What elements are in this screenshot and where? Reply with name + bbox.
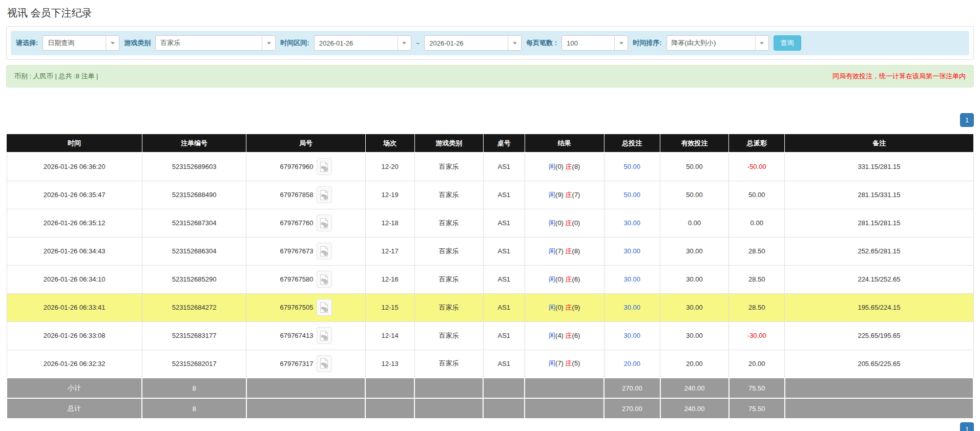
caret-down-icon[interactable]: [106, 36, 119, 50]
cell-remark: 281.15/281.15: [785, 209, 973, 237]
caret-down-icon[interactable]: [614, 36, 628, 50]
footer-empty-cell: [483, 378, 525, 398]
footer-total-bet: 270.00: [604, 378, 660, 398]
round-number: 679767673: [280, 247, 313, 255]
round-number: 679767580: [280, 275, 313, 283]
table-row: 2026-01-26 06:36:20523152689603679767960…: [7, 153, 973, 181]
cell-remark: 281.15/331.15: [785, 181, 973, 209]
footer-empty-cell: [785, 398, 973, 419]
video-record-file-icon: [319, 218, 329, 229]
cell-session: 12-13: [365, 350, 414, 378]
cell-total-bet: 30.00: [604, 265, 660, 293]
column-header: 场次: [365, 134, 414, 153]
game-type-select[interactable]: 百家乐: [155, 35, 276, 51]
cell-round: 679767580: [246, 265, 365, 293]
player-points: (0): [555, 163, 564, 170]
player-points: (0): [555, 304, 564, 311]
caret-down-icon[interactable]: [508, 36, 521, 50]
video-record-file-icon: [319, 161, 329, 173]
banker-result-label: 庄: [566, 359, 572, 367]
video-record-file-icon: [319, 358, 329, 369]
replay-video-button[interactable]: [317, 186, 332, 203]
search-button[interactable]: 查询: [774, 35, 801, 51]
caret-down-icon[interactable]: [398, 36, 411, 50]
column-header: 有效投注: [660, 134, 729, 153]
cell-remark: 224.15/252.65: [785, 265, 973, 293]
player-points: (7): [555, 247, 564, 255]
banker-points: (6): [572, 332, 580, 339]
replay-video-button[interactable]: [317, 327, 332, 344]
summary-bar: 币别 : 人民币 | 总共 :8 注单 | 同局有效投注，统一计算在该局第一张注…: [6, 65, 974, 88]
replay-video-button[interactable]: [317, 243, 332, 260]
per-page-label: 每页笔数 :: [526, 38, 557, 48]
cell-game-type: 百家乐: [414, 350, 483, 378]
payout-value: 28.50: [748, 304, 765, 311]
bet-table-body: 2026-01-26 06:36:20523152689603679767960…: [7, 153, 973, 378]
total-bet-link[interactable]: 50.00: [624, 191, 641, 199]
cell-result: 闲(7) 庄(8): [525, 237, 604, 265]
total-bet-link[interactable]: 50.00: [624, 163, 641, 170]
time-range-label: 时间区间:: [280, 38, 309, 48]
replay-video-button[interactable]: [317, 355, 332, 372]
player-result-label: 闲: [549, 247, 555, 255]
cell-total-bet: 30.00: [604, 293, 660, 321]
date-to-picker[interactable]: 2026-01-26: [424, 35, 522, 51]
total-bet-link[interactable]: 30.00: [624, 275, 641, 283]
cell-time: 2026-01-26 06:35:47: [7, 181, 142, 209]
total-bet-link[interactable]: 30.00: [624, 247, 641, 255]
banker-points: (6): [572, 275, 580, 283]
replay-video-button[interactable]: [317, 158, 332, 175]
total-bet-link[interactable]: 20.00: [624, 360, 641, 368]
player-points: (9): [555, 191, 564, 199]
video-record-file-icon: [319, 274, 329, 285]
replay-video-button[interactable]: [317, 214, 332, 231]
payout-value: 20.00: [748, 360, 765, 368]
date-from-picker[interactable]: 2026-01-26: [314, 35, 411, 51]
round-number: 679767317: [280, 360, 313, 368]
table-row: 2026-01-26 06:34:10523152685290679767580…: [7, 265, 973, 293]
player-result-label: 闲: [549, 332, 555, 339]
total-bet-link[interactable]: 30.00: [624, 304, 641, 311]
pagination-bottom: 1: [6, 422, 974, 431]
cell-valid-bet: 0.00: [660, 209, 729, 237]
player-result-label: 闲: [549, 163, 555, 170]
banker-points: (8): [572, 247, 580, 255]
banker-points: (5): [572, 359, 580, 367]
replay-video-button[interactable]: [317, 299, 332, 316]
cell-result: 闲(0) 庄(9): [525, 293, 604, 321]
video-record-file-icon: [319, 189, 329, 201]
query-type-select[interactable]: 日期查询: [43, 35, 119, 51]
cell-time: 2026-01-26 06:34:43: [7, 237, 142, 265]
footer-valid-bet: 240.00: [660, 398, 729, 419]
player-result-label: 闲: [549, 191, 555, 199]
caret-down-icon[interactable]: [262, 36, 275, 50]
cell-game-type: 百家乐: [414, 293, 483, 321]
total-bet-link[interactable]: 30.00: [624, 332, 641, 339]
bet-records-table: 时间注单编号局号场次游戏类别桌号结果总投注有效投注总派彩备注 2026-01-2…: [6, 134, 974, 419]
cell-round: 679767413: [246, 321, 365, 350]
filter-strip: 请选择: 日期查询 游戏类别 百家乐 时间区间: 2026-01-26 ~ 20…: [11, 31, 969, 55]
cell-payout: -50.00: [729, 153, 785, 181]
page-button[interactable]: 1: [960, 422, 974, 431]
query-type-value: 日期查询: [43, 36, 106, 50]
cell-valid-bet: 20.00: [660, 350, 729, 378]
column-header: 游戏类别: [414, 134, 483, 153]
cell-result: 闲(0) 庄(6): [525, 265, 604, 293]
caret-down-icon[interactable]: [755, 36, 768, 50]
query-type-label: 请选择:: [16, 38, 38, 48]
cell-table-no: AS1: [483, 153, 525, 181]
banker-result-label: 庄: [566, 304, 572, 311]
replay-video-button[interactable]: [317, 271, 332, 288]
cell-payout: 20.00: [729, 350, 785, 378]
per-page-select[interactable]: 100: [561, 35, 628, 51]
player-result-label: 闲: [549, 219, 555, 227]
cell-time: 2026-01-26 06:34:10: [7, 265, 142, 293]
total-bet-link[interactable]: 30.00: [624, 219, 641, 227]
cell-time: 2026-01-26 06:35:12: [7, 209, 142, 237]
cell-bet-id: 523152685290: [142, 265, 246, 293]
column-header: 局号: [246, 134, 365, 153]
page-button[interactable]: 1: [960, 113, 974, 127]
sort-select[interactable]: 降幂(由大到小): [666, 35, 769, 51]
footer-count: 8: [142, 398, 246, 419]
video-record-file-icon: [319, 330, 329, 341]
